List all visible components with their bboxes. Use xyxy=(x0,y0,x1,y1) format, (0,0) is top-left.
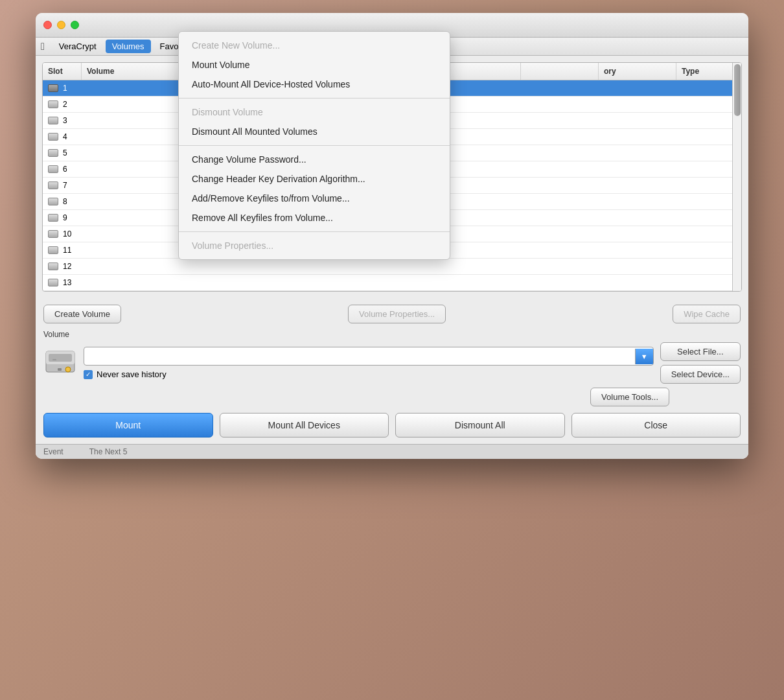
close-button[interactable]: Close xyxy=(571,413,741,438)
wipe-cache-button[interactable]: Wipe Cache xyxy=(673,305,741,323)
scrollbar-thumb xyxy=(734,64,741,116)
type-cell xyxy=(676,247,741,253)
svg-rect-5 xyxy=(52,359,56,360)
col3-cell xyxy=(521,231,599,237)
dropdown-dismount-volume[interactable]: Dismount Volume xyxy=(179,102,450,122)
create-volume-button[interactable]: Create Volume xyxy=(43,305,121,323)
col3-cell xyxy=(521,198,599,205)
menubar:  VeraCrypt Volumes Favorites Tools Sett… xyxy=(36,38,748,56)
col4-cell xyxy=(599,247,676,253)
col4-cell xyxy=(599,198,676,205)
type-cell xyxy=(676,231,741,237)
dropdown-auto-mount-all[interactable]: Auto-Mount All Device-Hosted Volumes xyxy=(179,75,450,94)
status-bar: Event The Next 5 xyxy=(36,444,748,459)
menu-veracrypt[interactable]: VeraCrypt xyxy=(52,40,103,53)
col3-cell xyxy=(521,134,599,140)
col4-cell xyxy=(599,231,676,237)
dropdown-section-2: Dismount Volume Dismount All Mounted Vol… xyxy=(179,99,450,146)
col4-cell xyxy=(599,263,676,270)
col4-cell xyxy=(599,85,676,91)
dropdown-dismount-all-mounted[interactable]: Dismount All Mounted Volumes xyxy=(179,122,450,141)
slot-cell: 12 xyxy=(43,259,82,274)
col3-cell xyxy=(521,85,599,91)
volume-input-area: ▼ ✓ Never save history xyxy=(84,347,654,379)
col4-cell xyxy=(599,279,676,286)
col3-cell xyxy=(521,166,599,172)
col3-cell xyxy=(521,279,599,286)
dropdown-section-1: Create New Volume... Mount Volume Auto-M… xyxy=(179,32,450,99)
svg-point-3 xyxy=(65,367,71,372)
col4-cell xyxy=(599,166,676,172)
dropdown-change-password[interactable]: Change Volume Password... xyxy=(179,150,450,169)
type-cell xyxy=(676,279,741,286)
bottom-panel: Create Volume Volume Properties... Wipe … xyxy=(36,298,748,444)
mount-all-devices-button[interactable]: Mount All Devices xyxy=(220,413,389,438)
type-cell xyxy=(676,85,741,91)
header-col3 xyxy=(521,63,599,80)
col4-cell xyxy=(599,215,676,221)
slot-cell: 13 xyxy=(43,275,82,290)
slot-cell: 2 xyxy=(43,97,82,112)
slot-cell: 8 xyxy=(43,194,82,209)
slot-cell: 5 xyxy=(43,145,82,161)
col4-cell xyxy=(599,150,676,156)
apple-menu[interactable]:  xyxy=(41,41,45,52)
volume-path-input[interactable] xyxy=(84,347,635,365)
col3-cell xyxy=(521,215,599,221)
volume-path-input-container: ▼ xyxy=(84,347,654,366)
volume-cell xyxy=(82,263,521,270)
dropdown-mount-volume[interactable]: Mount Volume xyxy=(179,55,450,75)
col3-cell xyxy=(521,263,599,270)
table-row[interactable]: 13 xyxy=(43,275,741,291)
type-cell xyxy=(676,117,741,124)
svg-rect-2 xyxy=(49,354,72,362)
dropdown-section-4: Volume Properties... xyxy=(179,232,450,259)
dropdown-change-header-key[interactable]: Change Header Key Derivation Algorithm..… xyxy=(179,169,450,189)
slot-cell: 7 xyxy=(43,178,82,193)
col4-cell xyxy=(599,101,676,108)
dropdown-create-new-volume[interactable]: Create New Volume... xyxy=(179,36,450,55)
volume-label: Volume xyxy=(43,330,741,339)
header-slot: Slot xyxy=(43,63,82,80)
mount-button[interactable]: Mount xyxy=(43,413,213,438)
dropdown-remove-all-keyfiles[interactable]: Remove All Keyfiles from Volume... xyxy=(179,208,450,228)
slot-cell: 9 xyxy=(43,210,82,226)
volume-tools-button[interactable]: Volume Tools... xyxy=(590,388,669,406)
dropdown-add-remove-keyfiles[interactable]: Add/Remove Keyfiles to/from Volume... xyxy=(179,189,450,208)
select-file-button[interactable]: Select File... xyxy=(660,342,741,361)
type-cell xyxy=(676,101,741,108)
bottom-action-buttons: Mount Mount All Devices Dismount All Clo… xyxy=(43,413,741,438)
type-cell xyxy=(676,198,741,205)
top-action-buttons: Create Volume Volume Properties... Wipe … xyxy=(43,305,741,323)
volumes-dropdown-menu: Create New Volume... Mount Volume Auto-M… xyxy=(178,31,450,260)
type-cell xyxy=(676,263,741,270)
dismount-all-button[interactable]: Dismount All xyxy=(395,413,565,438)
col3-cell xyxy=(521,117,599,124)
table-scrollbar[interactable] xyxy=(732,63,741,291)
col4-cell xyxy=(599,134,676,140)
slot-cell: 3 xyxy=(43,113,82,128)
slot-cell: 1 xyxy=(43,80,82,96)
type-cell xyxy=(676,182,741,189)
never-save-history-checkbox[interactable]: ✓ xyxy=(84,370,93,379)
minimize-button[interactable] xyxy=(57,21,65,29)
slot-cell: 11 xyxy=(43,242,82,258)
table-row[interactable]: 12 xyxy=(43,259,741,275)
never-save-history-label: Never save history xyxy=(97,369,167,379)
type-cell xyxy=(676,150,741,156)
volume-cell xyxy=(82,279,521,286)
svg-rect-4 xyxy=(58,368,62,371)
volume-properties-button[interactable]: Volume Properties... xyxy=(348,305,446,323)
select-device-button[interactable]: Select Device... xyxy=(660,365,741,384)
slot-cell: 6 xyxy=(43,161,82,177)
volume-dropdown-arrow[interactable]: ▼ xyxy=(635,349,653,364)
close-button[interactable] xyxy=(43,21,52,29)
menu-volumes[interactable]: Volumes xyxy=(106,40,151,53)
col3-cell xyxy=(521,150,599,156)
col3-cell xyxy=(521,247,599,253)
header-type: Type xyxy=(676,63,741,80)
type-cell xyxy=(676,215,741,221)
header-col4: ory xyxy=(599,63,676,80)
dropdown-volume-properties[interactable]: Volume Properties... xyxy=(179,236,450,255)
fullscreen-button[interactable] xyxy=(71,21,79,29)
